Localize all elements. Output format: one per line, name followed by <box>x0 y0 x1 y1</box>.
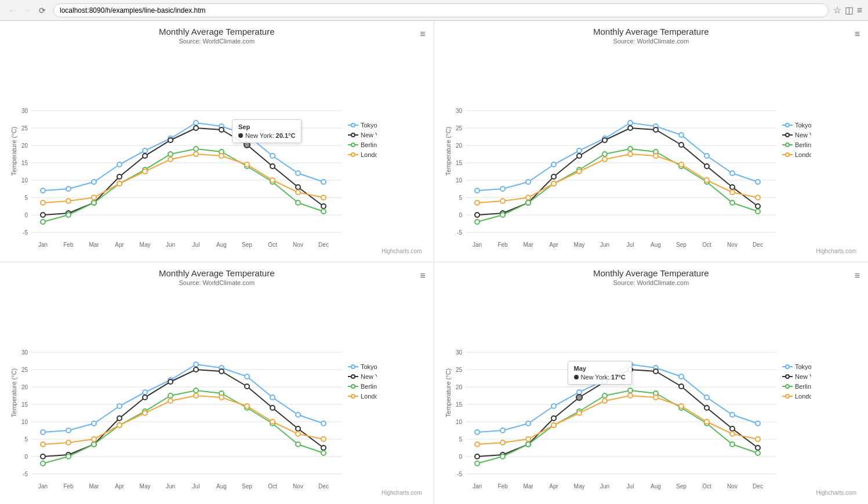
chart-3-menu-icon[interactable]: ≡ <box>420 271 425 281</box>
svg-point-321 <box>500 454 505 459</box>
svg-point-229 <box>296 426 300 431</box>
svg-text:0: 0 <box>459 212 462 218</box>
svg-point-44 <box>117 174 122 179</box>
chart-1-menu-icon[interactable]: ≡ <box>420 29 425 39</box>
svg-point-140 <box>730 185 735 189</box>
svg-text:Mar: Mar <box>523 242 533 248</box>
svg-text:Nov: Nov <box>727 483 738 490</box>
svg-point-241 <box>296 442 300 447</box>
berlin-line <box>43 149 324 222</box>
svg-point-307 <box>756 421 760 426</box>
svg-text:Sep: Sep <box>676 242 687 248</box>
svg-point-141 <box>756 204 760 209</box>
svg-point-339 <box>653 395 658 400</box>
svg-point-233 <box>92 442 96 447</box>
svg-text:Aug: Aug <box>651 242 661 248</box>
chart-1-title: Monthly Average Temperature <box>6 27 428 36</box>
svg-point-142 <box>475 220 480 224</box>
svg-point-223 <box>143 395 147 400</box>
svg-point-29 <box>41 188 45 193</box>
svg-text:Aug: Aug <box>216 242 227 248</box>
svg-point-69 <box>143 169 147 174</box>
svg-point-143 <box>500 213 505 217</box>
svg-point-33 <box>143 148 147 153</box>
svg-text:London: London <box>795 393 811 400</box>
svg-point-163 <box>704 178 709 182</box>
forward-button[interactable]: → <box>21 4 34 17</box>
svg-point-50 <box>270 164 275 169</box>
x-axis-group-2: Jan Feb Mar Apr May Jun Jul Aug Sep Oct … <box>472 242 762 248</box>
bookmark-button[interactable]: ☆ <box>833 5 841 16</box>
svg-text:15: 15 <box>21 160 28 166</box>
svg-text:Berlin: Berlin <box>361 383 377 390</box>
chart-1-subtitle: Source: WorldClimate.com <box>6 38 428 45</box>
svg-point-242 <box>321 451 326 455</box>
svg-point-122 <box>577 148 582 153</box>
svg-point-41 <box>41 213 45 217</box>
svg-point-305 <box>704 395 709 400</box>
svg-point-135 <box>602 138 607 143</box>
svg-point-32 <box>117 162 122 167</box>
svg-point-173 <box>786 143 789 147</box>
svg-text:Berlin: Berlin <box>361 141 377 148</box>
svg-point-144 <box>526 200 531 205</box>
svg-text:Aug: Aug <box>651 483 661 490</box>
svg-point-127 <box>704 154 709 158</box>
reload-button[interactable]: ⟳ <box>36 4 49 17</box>
svg-text:Oct: Oct <box>268 242 277 248</box>
chart-4-credit: Highcharts.com <box>816 490 856 496</box>
chart-3-svg: Temperature (°C) -5 0 5 10 15 20 25 30 <box>6 288 377 497</box>
svg-text:Dec: Dec <box>753 242 763 248</box>
x-axis-group: Jan Feb Mar Apr May Jun Jul Aug Sep Oct … <box>38 242 329 248</box>
svg-point-228 <box>270 406 275 410</box>
back-button[interactable]: ← <box>6 4 19 17</box>
svg-point-219 <box>41 454 45 459</box>
chart-1-legend: Tokyo New York Berlin London <box>348 122 377 158</box>
svg-text:New York: New York <box>795 373 811 380</box>
svg-point-59 <box>194 147 198 151</box>
svg-text:10: 10 <box>455 177 462 184</box>
svg-point-217 <box>296 412 300 417</box>
svg-point-160 <box>628 152 633 156</box>
browser-menu-button[interactable]: ≡ <box>857 5 862 16</box>
svg-text:Nov: Nov <box>293 242 303 248</box>
svg-text:20: 20 <box>455 143 462 149</box>
svg-point-154 <box>475 200 480 205</box>
svg-text:20: 20 <box>21 143 28 149</box>
chart-2-menu-icon[interactable]: ≡ <box>855 29 860 39</box>
svg-text:Tokyo: Tokyo <box>795 122 811 129</box>
svg-point-165 <box>756 195 760 200</box>
svg-text:Jun: Jun <box>166 242 175 248</box>
chart-4-menu-icon[interactable]: ≡ <box>855 271 860 281</box>
svg-point-176 <box>786 153 789 156</box>
svg-point-237 <box>194 388 198 393</box>
svg-point-157 <box>551 181 556 186</box>
svg-point-218 <box>321 421 326 426</box>
url-input[interactable] <box>53 3 829 17</box>
svg-point-224 <box>168 379 173 384</box>
svg-text:5: 5 <box>459 436 462 443</box>
chart-3-title: Monthly Average Temperature <box>6 268 428 278</box>
svg-text:Dec: Dec <box>753 483 763 490</box>
svg-text:20: 20 <box>21 384 28 390</box>
svg-text:Jun: Jun <box>600 242 609 248</box>
svg-text:Tokyo: Tokyo <box>361 363 377 370</box>
svg-text:Tokyo: Tokyo <box>361 122 377 129</box>
svg-point-230 <box>321 445 326 450</box>
svg-point-64 <box>321 209 326 214</box>
extension-button[interactable]: ◫ <box>845 5 854 16</box>
chart-4-legend: Tokyo New York Berlin London <box>782 363 811 400</box>
chart-3-legend: Tokyo New York Berlin London <box>348 363 377 400</box>
svg-point-215 <box>245 374 249 379</box>
chart-2-area: Temperature (°C) -5 0 5 10 15 20 25 30 <box>440 47 863 255</box>
svg-point-213 <box>194 362 198 367</box>
svg-point-345 <box>786 365 789 368</box>
svg-text:30: 30 <box>455 349 462 356</box>
svg-point-158 <box>577 169 582 174</box>
svg-text:Oct: Oct <box>268 483 277 490</box>
svg-point-65 <box>41 200 45 205</box>
svg-text:May: May <box>573 242 584 248</box>
svg-point-84 <box>351 143 355 147</box>
svg-point-120 <box>526 180 531 184</box>
svg-text:May: May <box>140 242 151 248</box>
